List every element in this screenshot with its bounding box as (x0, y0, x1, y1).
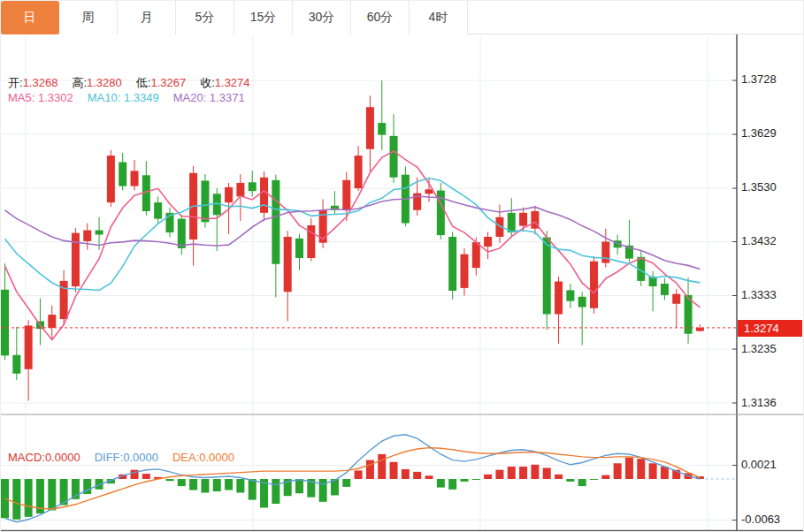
macd-bar[interactable] (319, 479, 327, 502)
candle[interactable] (142, 161, 150, 216)
tab-week[interactable]: 周 (59, 1, 118, 34)
tab-60min[interactable]: 60分 (351, 1, 410, 34)
candle[interactable] (1, 263, 9, 360)
macd-bar[interactable] (555, 475, 563, 479)
macd-bar[interactable] (519, 467, 527, 479)
macd-bar[interactable] (213, 479, 221, 491)
macd-bar[interactable] (295, 479, 303, 493)
candle[interactable] (131, 160, 139, 191)
candle[interactable] (425, 179, 433, 202)
tab-day[interactable]: 日 (1, 1, 59, 34)
candle[interactable] (284, 231, 292, 321)
candle[interactable] (165, 208, 173, 238)
macd-bar[interactable] (590, 479, 598, 480)
candle[interactable] (48, 306, 56, 339)
macd-bar[interactable] (189, 479, 197, 490)
candle[interactable] (72, 228, 80, 293)
macd-bar[interactable] (366, 460, 374, 479)
candle[interactable] (119, 153, 126, 191)
candle[interactable] (460, 248, 468, 296)
macd-bar[interactable] (578, 479, 586, 486)
macd-bar[interactable] (448, 479, 456, 490)
tab-5min[interactable]: 5分 (176, 1, 234, 34)
candle[interactable] (484, 232, 492, 259)
candle[interactable] (555, 277, 563, 344)
macd-bar[interactable] (661, 467, 669, 479)
candle[interactable] (437, 183, 445, 239)
price-axis-label: 1.3728 (741, 72, 800, 86)
candle[interactable] (331, 191, 339, 215)
dea-readout: DEA:0.0000 (172, 451, 234, 464)
candle[interactable] (685, 277, 693, 344)
diff-line (5, 435, 701, 522)
tab-4hour[interactable]: 4时 (410, 1, 468, 34)
macd-bar[interactable] (201, 479, 209, 493)
macd-bar[interactable] (649, 463, 657, 479)
macd-bar[interactable] (402, 469, 410, 479)
macd-bar[interactable] (601, 475, 609, 479)
macd-bar[interactable] (614, 463, 622, 479)
macd-bar[interactable] (437, 479, 445, 488)
macd-bar[interactable] (566, 479, 574, 482)
macd-bar[interactable] (236, 479, 244, 493)
macd-bar[interactable] (531, 465, 539, 479)
macd-bar[interactable] (625, 458, 633, 479)
tab-15min[interactable]: 15分 (234, 1, 293, 34)
candle[interactable] (566, 284, 574, 308)
tab-30min[interactable]: 30分 (293, 1, 351, 34)
candle[interactable] (531, 206, 539, 235)
macd-bar[interactable] (495, 470, 503, 479)
candle[interactable] (378, 80, 386, 150)
macd-bar[interactable] (413, 472, 421, 479)
candle[interactable] (295, 234, 303, 270)
macd-bar[interactable] (342, 479, 350, 487)
candle[interactable] (578, 292, 586, 345)
macd-bar[interactable] (142, 474, 150, 479)
candle[interactable] (661, 278, 669, 300)
macd-bar[interactable] (508, 467, 516, 479)
chart-area: 开:1.3268 高:1.3280 低:1.3267 收:1.3274 MA5:… (1, 34, 804, 532)
ohlc-legend: 开:1.3268 高:1.3280 低:1.3267 收:1.3274 (8, 75, 250, 91)
candle[interactable] (154, 196, 162, 224)
macd-panel[interactable] (1, 435, 735, 522)
candle[interactable] (590, 256, 598, 314)
macd-bar[interactable] (460, 479, 468, 482)
macd-bar[interactable] (249, 479, 257, 500)
macd-bar[interactable] (484, 475, 492, 479)
candle[interactable] (12, 327, 20, 380)
candle[interactable] (272, 175, 279, 298)
macd-bar[interactable] (355, 470, 363, 479)
candle[interactable] (319, 199, 327, 247)
macd-bar[interactable] (272, 479, 279, 504)
macd-bar[interactable] (48, 479, 56, 510)
tab-month[interactable]: 月 (118, 1, 176, 34)
macd-bar[interactable] (425, 475, 433, 479)
candle[interactable] (448, 232, 456, 299)
candle[interactable] (366, 95, 374, 171)
candle[interactable] (107, 150, 115, 207)
candle[interactable] (307, 218, 315, 262)
macd-bar[interactable] (178, 479, 186, 486)
current-price-tag: 1.3274 (738, 320, 802, 337)
macd-bar[interactable] (165, 479, 173, 481)
macd-bar[interactable] (543, 467, 551, 479)
candle[interactable] (402, 166, 410, 226)
candle[interactable] (189, 166, 197, 266)
macd-bar[interactable] (25, 479, 33, 517)
candle[interactable] (249, 171, 257, 196)
candle[interactable] (260, 171, 268, 221)
candle[interactable] (178, 215, 186, 255)
candle[interactable] (355, 146, 363, 191)
candle[interactable] (390, 114, 398, 183)
candle[interactable] (625, 220, 633, 262)
macd-bar[interactable] (472, 479, 480, 480)
candle[interactable] (601, 229, 609, 268)
candle[interactable] (83, 224, 91, 250)
macd-bar[interactable] (390, 462, 398, 479)
macd-bar[interactable] (12, 479, 20, 520)
macd-bar[interactable] (225, 479, 233, 490)
candle[interactable] (672, 289, 680, 328)
ma10-readout: MA10: 1.3349 (88, 91, 159, 104)
macd-bar[interactable] (378, 454, 386, 479)
macd-bar[interactable] (637, 459, 645, 479)
